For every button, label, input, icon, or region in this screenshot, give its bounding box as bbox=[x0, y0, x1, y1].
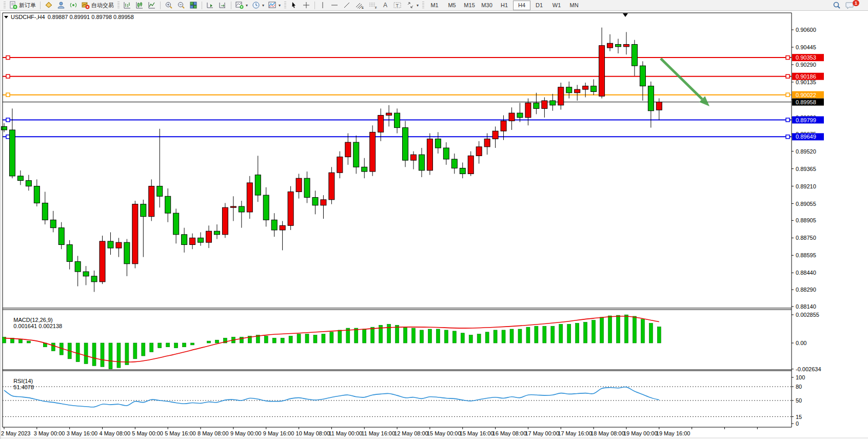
gold-button[interactable] bbox=[43, 1, 55, 10]
macd-bar bbox=[207, 341, 211, 343]
candle-body bbox=[435, 139, 441, 148]
bar-chart-button[interactable] bbox=[121, 1, 133, 10]
search-button[interactable] bbox=[830, 1, 843, 10]
crosshair-button[interactable] bbox=[300, 1, 312, 10]
line-handle[interactable] bbox=[786, 118, 790, 122]
chart-menu-triangle-icon[interactable] bbox=[4, 16, 8, 18]
line-handle[interactable] bbox=[6, 56, 10, 60]
zoom-out-button[interactable] bbox=[175, 1, 187, 10]
signal-button[interactable] bbox=[67, 1, 80, 10]
horizontal-line-button[interactable] bbox=[328, 1, 341, 10]
macd-bar bbox=[27, 341, 30, 343]
periods-button[interactable]: ▾ bbox=[250, 1, 266, 10]
chart-shift-marker[interactable] bbox=[623, 13, 628, 17]
fibonacci-button[interactable]: F bbox=[366, 1, 380, 10]
svg-text:0.90353: 0.90353 bbox=[796, 54, 816, 61]
candlestick-button[interactable] bbox=[133, 1, 146, 10]
candle-body bbox=[509, 113, 515, 121]
line-handle[interactable] bbox=[786, 56, 790, 60]
timeframe-button-MN[interactable]: MN bbox=[565, 1, 583, 10]
arrows-button[interactable]: ▾ bbox=[404, 1, 421, 10]
chart-shift-button[interactable] bbox=[216, 1, 229, 10]
line-handle[interactable] bbox=[6, 135, 10, 139]
line-handle[interactable] bbox=[786, 93, 790, 97]
chat-button[interactable]: 1 bbox=[843, 1, 865, 10]
timeframe-button-M30[interactable]: M30 bbox=[478, 1, 496, 10]
indicators-button[interactable]: ▾ bbox=[266, 1, 283, 10]
macd-bar bbox=[272, 338, 276, 343]
candle-body bbox=[566, 87, 572, 93]
timeframe-button-D1[interactable]: D1 bbox=[530, 1, 548, 10]
line-handle[interactable] bbox=[786, 74, 790, 78]
rsi-value: 51.4078 bbox=[13, 384, 34, 390]
text-button[interactable]: A bbox=[380, 1, 391, 10]
text-label-button[interactable]: T bbox=[391, 1, 404, 10]
macd-bar bbox=[584, 322, 587, 343]
line-handle[interactable] bbox=[6, 93, 10, 97]
timeframe-button-M1[interactable]: M1 bbox=[426, 1, 443, 10]
macd-bar bbox=[567, 324, 571, 343]
profile-button[interactable] bbox=[55, 1, 67, 10]
svg-text:0.88750: 0.88750 bbox=[796, 235, 816, 241]
svg-text:0.88905: 0.88905 bbox=[796, 217, 816, 223]
zoom-in-button[interactable] bbox=[163, 1, 175, 10]
cursor-button[interactable] bbox=[288, 1, 300, 10]
line-chart-button[interactable] bbox=[146, 1, 158, 10]
ohlc-values: 0.89887 0.89991 0.89798 0.89958 bbox=[48, 14, 134, 20]
new-order-button[interactable]: 新订单 bbox=[7, 1, 38, 10]
chart-canvas[interactable]: 0.906000.904450.902900.901350.899800.898… bbox=[0, 11, 868, 439]
svg-text:11 May 16:00: 11 May 16:00 bbox=[361, 430, 395, 436]
svg-text:5 May 16:00: 5 May 16:00 bbox=[165, 430, 196, 436]
timeframe-button-M5[interactable]: M5 bbox=[443, 1, 461, 10]
svg-text:100: 100 bbox=[796, 374, 805, 380]
notification-badge: 1 bbox=[853, 0, 859, 6]
candle-body bbox=[263, 195, 269, 220]
trendline-button[interactable] bbox=[341, 1, 353, 10]
tile-windows-button[interactable] bbox=[187, 1, 200, 10]
time-axis[interactable]: 2 May 20233 May 00:003 May 16:004 May 08… bbox=[1, 427, 757, 436]
candle-body bbox=[255, 175, 261, 195]
line-handle[interactable] bbox=[6, 118, 10, 122]
macd-bar bbox=[396, 325, 399, 343]
macd-bar bbox=[404, 327, 407, 343]
candle-body bbox=[247, 183, 252, 212]
line-handle[interactable] bbox=[6, 74, 10, 78]
new-chart-icon bbox=[235, 1, 244, 9]
chart-window: 0.906000.904450.902900.901350.899800.898… bbox=[0, 11, 868, 439]
profile-icon bbox=[57, 1, 65, 9]
search-icon bbox=[832, 1, 841, 10]
auto-scroll-button[interactable] bbox=[204, 1, 216, 10]
candle-body bbox=[411, 155, 417, 160]
svg-text:T: T bbox=[396, 3, 399, 8]
candle-body bbox=[141, 204, 146, 217]
timeframe-button-H1[interactable]: H1 bbox=[496, 1, 513, 10]
candle-body bbox=[492, 131, 498, 139]
svg-text:4 May 08:00: 4 May 08:00 bbox=[100, 430, 131, 436]
macd-bar bbox=[436, 329, 440, 343]
macd-bar bbox=[150, 343, 153, 352]
trend-arrow[interactable] bbox=[661, 59, 709, 106]
candle-body bbox=[386, 113, 392, 115]
auto-trading-button[interactable]: 自动交易 bbox=[80, 1, 116, 10]
signal-icon bbox=[69, 1, 77, 9]
macd-bar bbox=[469, 335, 472, 343]
line-handle[interactable] bbox=[786, 135, 790, 139]
equidistant-channel-button[interactable]: E bbox=[353, 1, 366, 10]
candle-body bbox=[100, 241, 105, 282]
vertical-line-button[interactable] bbox=[317, 1, 328, 10]
macd-bar bbox=[428, 329, 431, 343]
new-chart-button[interactable]: ▾ bbox=[233, 1, 250, 10]
macd-bar bbox=[452, 331, 456, 343]
macd-bar bbox=[420, 330, 423, 343]
timeframe-button-M15[interactable]: M15 bbox=[461, 1, 478, 10]
macd-bar bbox=[289, 336, 292, 343]
price-axis: 0.906000.904450.902900.901350.899800.898… bbox=[792, 27, 816, 310]
candle-body bbox=[632, 44, 637, 66]
svg-text:50: 50 bbox=[796, 397, 802, 404]
svg-text:0.88440: 0.88440 bbox=[796, 270, 816, 276]
svg-text:F: F bbox=[375, 6, 377, 9]
timeframe-button-H4[interactable]: H4 bbox=[513, 1, 530, 10]
timeframe-button-W1[interactable]: W1 bbox=[548, 1, 565, 10]
svg-text:0.89649: 0.89649 bbox=[796, 133, 816, 140]
rsi-pane: 1008050150 bbox=[3, 374, 805, 427]
